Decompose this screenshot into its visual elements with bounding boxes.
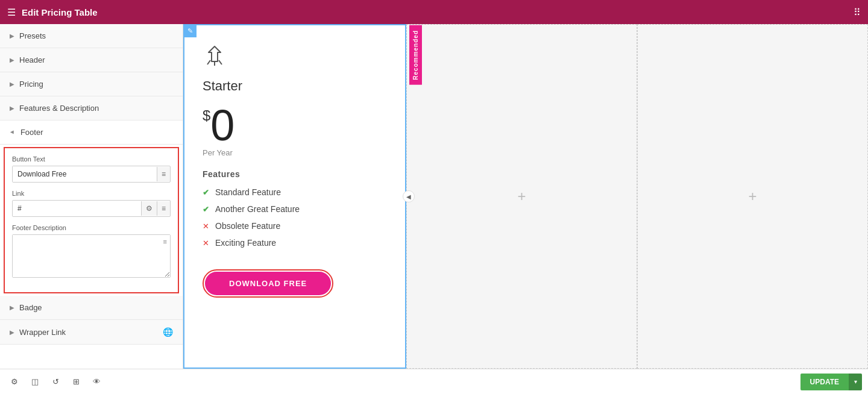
top-bar-left: ☰ Edit Pricing Table — [7, 7, 98, 18]
button-text-input-wrap: ≡ — [12, 166, 171, 183]
history-icon-button[interactable]: ↺ — [47, 374, 64, 390]
sidebar-item-presets[interactable]: ▶ Presets — [0, 24, 183, 48]
plan-icon — [203, 43, 387, 72]
chevron-icon: ▶ — [10, 33, 14, 39]
eye-icon-button[interactable]: 👁 — [88, 374, 105, 390]
sidebar-item-pricing[interactable]: ▶ Pricing — [0, 72, 183, 96]
main-layout: ▶ Presets ▶ Header ▶ Pricing ▶ Features … — [0, 24, 868, 369]
textarea-options-icon[interactable]: ≡ — [163, 238, 167, 245]
hamburger-icon[interactable]: ☰ — [7, 7, 16, 18]
button-text-row: Button Text ≡ — [12, 155, 171, 183]
footer-description-wrap: ≡ — [12, 234, 171, 278]
feature-item-2: ✕ Obsolete Feature — [203, 221, 387, 231]
sidebar-item-badge[interactable]: ▶ Badge — [0, 296, 183, 320]
wrapper-link-icon: 🌐 — [163, 327, 173, 337]
chevron-down-icon: ▼ — [9, 130, 16, 136]
sidebar-item-label: Features & Description — [19, 104, 99, 113]
footer-description-input[interactable] — [13, 235, 170, 277]
top-bar: ☰ Edit Pricing Table ⠿ — [0, 0, 868, 24]
link-input-wrap: ⚙ ≡ — [12, 200, 171, 217]
pricing-card: ✎ Recommended ◀ Starter — [183, 24, 406, 369]
price-currency: $ — [203, 107, 210, 124]
feature-item-3: ✕ Exciting Feature — [203, 238, 387, 248]
canvas-area: ✎ Recommended ◀ Starter — [183, 24, 868, 369]
add-column-icon: + — [517, 188, 526, 205]
download-button[interactable]: DOWNLOAD FREE — [205, 272, 331, 295]
bottom-toolbar: ⚙ ◫ ↺ ⊞ 👁 UPDATE ▾ — [0, 369, 868, 394]
sidebar-item-header[interactable]: ▶ Header — [0, 48, 183, 72]
feature-text: Obsolete Feature — [215, 221, 280, 231]
chevron-icon: ▶ — [10, 57, 14, 63]
download-button-wrap: DOWNLOAD FREE — [203, 269, 333, 298]
sidebar-item-wrapper-link[interactable]: ▶ Wrapper Link 🌐 — [0, 320, 183, 345]
sidebar-item-footer[interactable]: ▼ Footer — [0, 120, 183, 145]
svg-line-2 — [219, 60, 222, 64]
sidebar-item-label: Wrapper Link — [19, 328, 66, 337]
plan-name: Starter — [203, 78, 387, 94]
empty-column-2[interactable]: + — [637, 24, 868, 369]
feature-text: Another Great Feature — [215, 204, 300, 214]
button-text-options-icon[interactable]: ≡ — [157, 167, 170, 181]
layers-icon-button[interactable]: ◫ — [27, 374, 43, 390]
feature-x-icon: ✕ — [203, 239, 209, 248]
footer-description-row: Footer Description ≡ — [12, 224, 171, 278]
features-section: Features ✔ Standard Feature ✔ Another Gr… — [203, 169, 387, 248]
page-title: Edit Pricing Table — [22, 7, 98, 17]
feature-text: Standard Feature — [215, 187, 281, 197]
chevron-icon: ▶ — [10, 81, 14, 87]
footer-expanded-section: Button Text ≡ Link ⚙ ≡ Footer Descriptio… — [4, 147, 179, 293]
sidebar: ▶ Presets ▶ Header ▶ Pricing ▶ Features … — [0, 24, 183, 369]
collapse-sidebar-icon[interactable]: ◀ — [403, 190, 415, 202]
button-text-label: Button Text — [12, 155, 171, 163]
pricing-card-inner: Starter $ 0 Per Year Features ✔ Standard… — [184, 25, 405, 316]
sidebar-item-label: Footer — [20, 128, 43, 137]
feature-text: Exciting Feature — [215, 238, 276, 248]
sidebar-item-features[interactable]: ▶ Features & Description — [0, 96, 183, 120]
update-button-group: UPDATE ▾ — [800, 374, 862, 390]
plan-price: $ 0 — [203, 104, 387, 147]
responsive-icon-button[interactable]: ⊞ — [68, 374, 84, 390]
update-arrow-button[interactable]: ▾ — [849, 374, 862, 390]
feature-x-icon: ✕ — [203, 222, 209, 231]
chevron-icon: ▶ — [10, 329, 14, 336]
link-label: Link — [12, 190, 171, 197]
link-gear-icon[interactable]: ⚙ — [141, 201, 157, 216]
sidebar-item-label: Pricing — [19, 80, 43, 89]
button-text-input[interactable] — [13, 166, 157, 182]
feature-check-icon: ✔ — [203, 188, 209, 197]
feature-check-icon: ✔ — [203, 205, 209, 214]
sidebar-item-label: Badge — [19, 303, 42, 312]
settings-icon-button[interactable]: ⚙ — [6, 374, 23, 390]
chevron-icon: ▶ — [10, 105, 14, 111]
grid-icon[interactable]: ⠿ — [854, 7, 861, 18]
add-column-icon: + — [748, 188, 756, 205]
features-title: Features — [203, 169, 387, 179]
sidebar-item-label: Header — [19, 55, 45, 64]
price-period: Per Year — [203, 148, 387, 157]
feature-item-0: ✔ Standard Feature — [203, 187, 387, 197]
link-list-icon[interactable]: ≡ — [157, 201, 170, 216]
price-amount: 0 — [210, 104, 234, 147]
footer-description-label: Footer Description — [12, 224, 171, 231]
chevron-icon: ▶ — [10, 304, 14, 311]
sidebar-item-label: Presets — [19, 31, 46, 40]
link-input[interactable] — [13, 201, 141, 216]
svg-line-0 — [207, 60, 210, 64]
edit-pencil-icon[interactable]: ✎ — [183, 24, 197, 37]
feature-item-1: ✔ Another Great Feature — [203, 204, 387, 214]
update-button[interactable]: UPDATE — [800, 374, 849, 390]
link-row: Link ⚙ ≡ — [12, 190, 171, 217]
recommended-ribbon: Recommended — [409, 25, 422, 85]
empty-column-1[interactable]: + — [406, 24, 637, 369]
